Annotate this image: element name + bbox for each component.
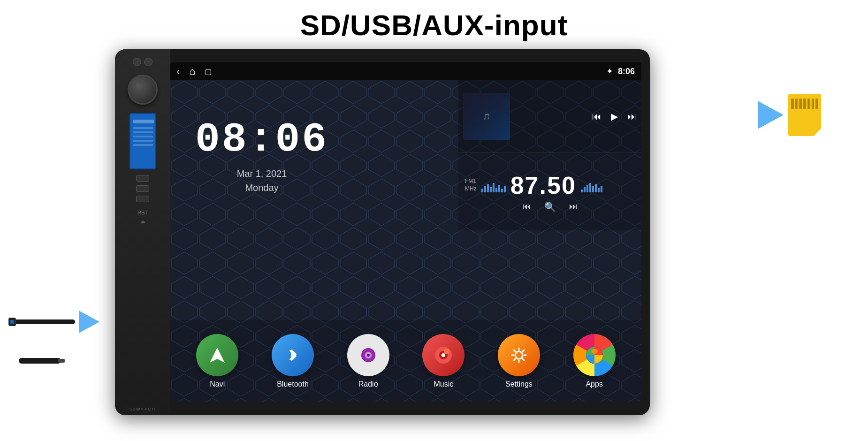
svg-line-17 [522, 350, 525, 352]
usb-arrow [79, 311, 99, 333]
svg-point-9 [444, 349, 449, 354]
control-button-3[interactable] [136, 196, 149, 202]
radio-prev-button[interactable]: ⏮ [523, 202, 531, 212]
music-label: Music [434, 380, 453, 388]
control-button-1[interactable] [136, 175, 149, 182]
radio-controls: ⏮ 🔍 ⏭ [465, 201, 635, 213]
svg-point-20 [591, 349, 598, 354]
svg-point-5 [367, 354, 370, 357]
clock-widget: 08:06 Mar 1, 2021 Monday [170, 80, 353, 230]
left-control-panel: RST ⏏ 50W×4CH [115, 49, 170, 415]
main-screen: ‹ ⌂ ▢ ✦ 8:06 08:06 [170, 62, 641, 402]
ir-sensors-area [133, 58, 152, 66]
radio-signal-bars [481, 178, 506, 192]
app-item-apps[interactable]: Apps [573, 334, 616, 388]
usb-connector [8, 318, 16, 326]
settings-dot [144, 58, 152, 66]
app-item-settings[interactable]: Settings [498, 334, 540, 388]
home-button[interactable]: ⌂ [189, 65, 195, 77]
app-item-radio[interactable]: Radio [347, 334, 389, 388]
sd-arrow [758, 101, 784, 129]
music-prev-button[interactable]: ⏮ [592, 111, 602, 122]
bluetooth-icon [272, 334, 314, 376]
ir-sensor [133, 58, 141, 66]
settings-icon [498, 334, 540, 376]
app-item-navi[interactable]: Navi [196, 334, 238, 388]
bluetooth-status-icon: ✦ [606, 66, 613, 76]
screen-content: 08:06 Mar 1, 2021 Monday 🎵 ⏮ ▶ ⏭ [170, 80, 641, 402]
svg-line-16 [522, 358, 525, 361]
music-next-button[interactable]: ⏭ [627, 111, 637, 122]
album-art: 🎵 [463, 93, 510, 140]
radio-frequency-display: 87.50 [510, 171, 576, 199]
navi-label: Navi [210, 380, 225, 388]
svg-marker-2 [210, 348, 225, 363]
radio-signal-bars-right [581, 178, 602, 192]
aux-jack-area [19, 358, 61, 364]
mini-display [129, 113, 156, 169]
sd-card-pins [788, 99, 821, 109]
music-icon [422, 334, 464, 376]
svg-point-8 [442, 353, 445, 357]
radio-top-row: FM1 MHz 87.50 [465, 171, 635, 199]
apps-row: Navi Bluetooth [170, 320, 641, 402]
status-time: 8:06 [618, 67, 635, 76]
sd-card-notch [814, 129, 821, 136]
settings-label: Settings [505, 380, 533, 388]
radio-icon [347, 334, 389, 376]
power-rating: 50W×4CH [129, 407, 156, 411]
slot-label: ⏏ [141, 219, 145, 224]
aux-tip [58, 359, 65, 363]
clock-time-display: 08:06 [195, 116, 328, 163]
album-art-inner: 🎵 [463, 93, 510, 140]
music-widget: 🎵 ⏮ ▶ ⏭ [458, 80, 641, 153]
recents-button[interactable]: ▢ [205, 67, 212, 76]
svg-line-18 [513, 358, 516, 361]
radio-label-text: Radio [358, 380, 378, 388]
usb-cable-body [14, 319, 75, 324]
car-stereo-device: RST ⏏ 50W×4CH ‹ ⌂ ▢ ✦ 8:06 [115, 49, 650, 415]
back-button[interactable]: ‹ [177, 67, 180, 76]
navi-icon [196, 334, 238, 376]
apps-icon [573, 334, 616, 376]
apps-label: Apps [586, 380, 602, 388]
sd-card-area [758, 94, 821, 136]
status-bar: ‹ ⌂ ▢ ✦ 8:06 [170, 62, 641, 80]
volume-knob[interactable] [128, 75, 158, 105]
radio-widget: FM1 MHz 87.50 [458, 153, 641, 230]
music-controls: ⏮ ▶ ⏭ [592, 111, 637, 122]
reset-label: RST [137, 210, 148, 215]
app-item-music[interactable]: Music [422, 334, 464, 388]
bluetooth-label: Bluetooth [277, 380, 309, 388]
aux-cable [19, 358, 61, 364]
music-play-button[interactable]: ▶ [611, 111, 618, 122]
usb-area [14, 311, 99, 333]
svg-line-15 [513, 350, 516, 352]
control-button-2[interactable] [136, 185, 149, 192]
page-title: SD/USB/AUX-input [300, 8, 568, 42]
radio-next-button[interactable]: ⏭ [569, 202, 578, 212]
radio-search-button[interactable]: 🔍 [544, 201, 556, 213]
svg-point-10 [515, 351, 523, 359]
app-item-bluetooth[interactable]: Bluetooth [272, 334, 314, 388]
clock-date-display: Mar 1, 2021 Monday [237, 167, 287, 195]
radio-band-label: FM1 MHz [465, 178, 477, 192]
sd-card [788, 94, 821, 136]
